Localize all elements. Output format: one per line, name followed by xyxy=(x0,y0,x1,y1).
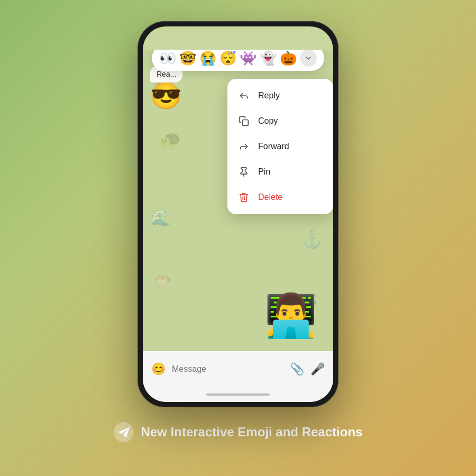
svg-rect-0 xyxy=(243,120,249,126)
bg-decor: 🐡 xyxy=(153,272,172,289)
context-menu-copy[interactable]: Copy xyxy=(227,108,333,134)
context-menu-forward[interactable]: Forward xyxy=(227,134,333,159)
bg-decor: 🌊 xyxy=(151,208,170,227)
context-menu-delete[interactable]: Delete xyxy=(227,185,333,210)
footer-text: New Interactive Emoji and Reactions xyxy=(141,425,363,440)
bg-decor: ⚓ xyxy=(301,230,323,250)
reaction-eyes[interactable]: 👀 xyxy=(159,50,176,67)
copy-icon xyxy=(238,116,250,126)
reaction-pumpkin[interactable]: 🎃 xyxy=(280,50,297,67)
reply-icon xyxy=(238,90,250,101)
context-menu: Reply Copy xyxy=(227,79,333,214)
reaction-sleepy[interactable]: 😴 xyxy=(219,50,236,67)
attach-button[interactable]: 📎 xyxy=(290,362,304,376)
forward-icon xyxy=(238,141,250,152)
status-bar xyxy=(143,26,333,50)
reaction-ghost[interactable]: 👻 xyxy=(260,50,277,67)
chat-background: 🦀 🩴 🐢 🐠 🌊 ⚓ 🐡 🧳 Today Rea... 😎 all night… xyxy=(143,50,333,351)
reaction-nerd[interactable]: 🤓 xyxy=(179,50,196,67)
reaction-cry[interactable]: 😭 xyxy=(199,50,216,67)
mic-button[interactable]: 🎤 xyxy=(310,362,325,376)
emoji-keyboard-button[interactable]: 😊 xyxy=(151,362,166,376)
message-input[interactable] xyxy=(172,364,283,374)
forward-label: Forward xyxy=(258,142,289,151)
trash-icon xyxy=(238,192,250,203)
big-emoji: 😎 xyxy=(150,81,182,111)
phone-shell: 🦀 🩴 🐢 🐠 🌊 ⚓ 🐡 🧳 Today Rea... 😎 all night… xyxy=(138,21,338,407)
home-indicator-area xyxy=(143,387,333,402)
emoji-reaction-bar[interactable]: 👀 🤓 😭 😴 👾 👻 🎃 xyxy=(152,50,324,71)
reaction-alien[interactable]: 👾 xyxy=(240,50,257,67)
home-bar xyxy=(206,393,270,396)
person-emoji: 👨‍💻 xyxy=(264,291,317,341)
phone-screen: 🦀 🩴 🐢 🐠 🌊 ⚓ 🐡 🧳 Today Rea... 😎 all night… xyxy=(143,26,333,402)
delete-label: Delete xyxy=(258,193,282,202)
telegram-logo xyxy=(114,422,134,442)
message-input-bar: 😊 📎 🎤 xyxy=(143,351,333,387)
bg-decor: 🐢 xyxy=(159,129,182,151)
footer-banner: New Interactive Emoji and Reactions xyxy=(114,422,363,442)
reply-label: Reply xyxy=(258,91,280,100)
pin-icon xyxy=(238,167,250,177)
context-menu-pin[interactable]: Pin xyxy=(227,159,333,185)
pin-label: Pin xyxy=(258,167,270,177)
more-reactions-button[interactable] xyxy=(300,50,317,67)
copy-label: Copy xyxy=(258,116,278,126)
context-menu-reply[interactable]: Reply xyxy=(227,83,333,108)
